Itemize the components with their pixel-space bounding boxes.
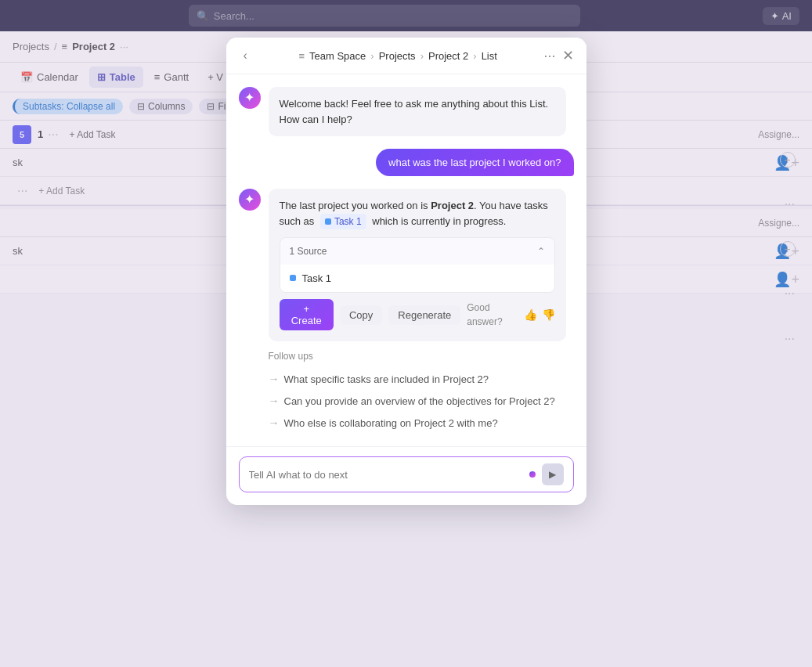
task-dot — [325, 218, 331, 225]
followup-item-2[interactable]: → Can you provide an overview of the obj… — [269, 390, 574, 412]
ai-response-container: The last project you worked on is Projec… — [269, 189, 574, 434]
source-task-dot — [290, 275, 296, 281]
user-query-text: what was the last project I worked on? — [388, 157, 561, 168]
source-item-task1[interactable]: Task 1 — [280, 265, 554, 293]
panel-sep2: › — [420, 50, 424, 62]
followup-text-1: What specific tasks are included in Proj… — [284, 373, 489, 385]
task-suffix: which is currently in progress. — [372, 215, 506, 227]
ai-response-message: ✦ The last project you worked on is Proj… — [239, 189, 574, 434]
welcome-text: Welcome back! Feel free to ask me anythi… — [280, 98, 549, 125]
arrow-icon-1: → — [269, 373, 280, 385]
panel-more-button[interactable]: ··· — [543, 48, 555, 64]
user-message: what was the last project I worked on? — [239, 149, 574, 176]
panel-close-button[interactable]: ✕ — [562, 47, 574, 64]
chat-input[interactable] — [249, 469, 523, 481]
panel-header-actions: ··· ✕ — [543, 47, 573, 64]
user-bubble: what was the last project I worked on? — [376, 149, 573, 176]
list-icon: ≡ — [298, 50, 305, 62]
followup-item-3[interactable]: → Who else is collaborating on Project 2… — [269, 412, 574, 434]
panel-breadcrumb: ≡ Team Space › Projects › Project 2 › Li… — [298, 50, 496, 62]
followup-text-2: Can you provide an overview of the objec… — [284, 395, 555, 407]
regenerate-button[interactable]: Regenerate — [388, 305, 460, 325]
send-icon: ▶ — [549, 469, 556, 480]
input-dot-indicator — [529, 471, 536, 478]
panel-team-space[interactable]: Team Space — [309, 50, 366, 62]
good-answer-area: Good answer? 👍 👎 — [467, 301, 554, 329]
source-count-text: 1 Source — [290, 244, 327, 258]
source-header[interactable]: 1 Source ⌃ — [280, 238, 554, 265]
thumbs-up-button[interactable]: 👍 — [524, 308, 537, 321]
followups-section: Follow ups → What specific tasks are inc… — [269, 344, 574, 434]
ai-avatar-2: ✦ — [239, 189, 261, 211]
ai-response-bubble: The last project you worked on is Projec… — [269, 189, 566, 341]
task-tag-text: Task 1 — [334, 215, 362, 229]
ai-avatar-1: ✦ — [239, 87, 261, 109]
arrow-icon-3: → — [269, 416, 280, 429]
ai-chat-panel: ‹ ≡ Team Space › Projects › Project 2 › … — [226, 38, 586, 505]
ai-response-prefix: The last project you worked on is — [280, 200, 431, 211]
good-answer-text: Good answer? — [467, 301, 518, 329]
task-tag-inline[interactable]: Task 1 — [320, 214, 366, 229]
ai-welcome-message: ✦ Welcome back! Feel free to ask me anyt… — [239, 87, 574, 136]
action-buttons: + Create Copy Regenerate Good answer? 👍 … — [280, 293, 555, 332]
arrow-icon-2: → — [269, 395, 280, 407]
create-button[interactable]: + Create — [280, 299, 334, 330]
panel-header: ‹ ≡ Team Space › Projects › Project 2 › … — [226, 38, 586, 74]
followup-item-1[interactable]: → What specific tasks are included in Pr… — [269, 368, 574, 390]
chevron-up-icon: ⌃ — [537, 244, 545, 258]
panel-project[interactable]: Project 2 — [428, 50, 468, 62]
panel-view: List — [482, 50, 497, 62]
followup-text-3: Who else is collaborating on Project 2 w… — [284, 417, 498, 429]
copy-button[interactable]: Copy — [340, 305, 382, 325]
panel-sep1: › — [370, 50, 374, 62]
thumbs-down-button[interactable]: 👎 — [542, 308, 555, 321]
chat-input-wrapper: ▶ — [239, 456, 574, 492]
chat-input-area: ▶ — [226, 446, 586, 505]
source-section: 1 Source ⌃ Task 1 — [280, 237, 555, 294]
panel-sep3: › — [473, 50, 476, 62]
source-task-text: Task 1 — [302, 271, 332, 287]
send-button[interactable]: ▶ — [542, 463, 564, 485]
panel-projects[interactable]: Projects — [379, 50, 416, 62]
project-name-bold: Project 2 — [431, 200, 474, 211]
followups-title: Follow ups — [269, 351, 574, 362]
welcome-bubble: Welcome back! Feel free to ask me anythi… — [269, 87, 566, 136]
panel-back-button[interactable]: ‹ — [239, 47, 252, 64]
chat-messages: ✦ Welcome back! Feel free to ask me anyt… — [226, 74, 586, 446]
